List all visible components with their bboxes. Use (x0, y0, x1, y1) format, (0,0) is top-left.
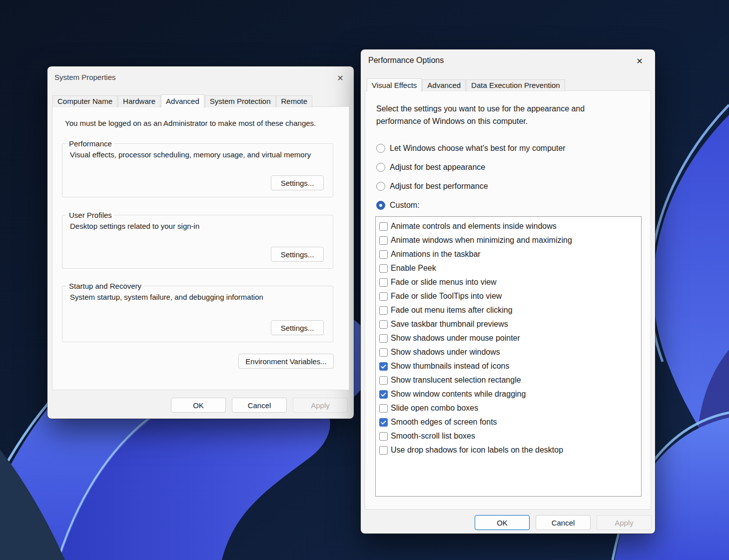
tab-visual-effects[interactable]: Visual Effects (367, 78, 422, 92)
effect-label: Show thumbnails instead of icons (391, 362, 509, 371)
radio-label: Adjust for best performance (390, 182, 488, 191)
effect-label: Save taskbar thumbnail previews (391, 320, 508, 329)
checkbox-icon[interactable] (379, 404, 388, 413)
checkbox-icon[interactable] (379, 446, 388, 455)
checkbox-icon[interactable] (379, 236, 388, 245)
admin-note: You must be logged on as an Administrato… (65, 119, 316, 127)
radio-button-icon[interactable] (376, 163, 385, 172)
tab-advanced[interactable]: Advanced (422, 79, 466, 91)
radio-option-adjust-for-best-performance[interactable]: Adjust for best performance (376, 177, 566, 196)
effect-row-show-shadows-under-windows[interactable]: Show shadows under windows (376, 345, 641, 359)
checkbox-icon[interactable] (379, 432, 388, 441)
checkbox-icon[interactable] (379, 348, 388, 357)
visual-effects-description: Select the settings you want to use for … (376, 102, 629, 127)
cancel-button[interactable]: Cancel (536, 515, 591, 530)
effect-label: Use drop shadows for icon labels on the … (391, 446, 563, 455)
tab-computer-name[interactable]: Computer Name (52, 95, 117, 107)
effect-row-smooth-edges-of-screen-fonts[interactable]: Smooth edges of screen fonts (376, 415, 641, 429)
effect-row-show-shadows-under-mouse-pointer[interactable]: Show shadows under mouse pointer (376, 331, 641, 345)
tab-system-protection[interactable]: System Protection (205, 95, 276, 107)
radio-button-icon[interactable] (376, 201, 385, 210)
performance-options-tabs: Visual EffectsAdvancedData Execution Pre… (367, 78, 566, 91)
radio-option-custom[interactable]: Custom: (376, 196, 566, 215)
effect-label: Fade out menu items after clicking (391, 306, 513, 315)
effect-row-animations-in-the-taskbar[interactable]: Animations in the taskbar (376, 247, 641, 261)
groupbox-label: User Profiles (66, 211, 114, 219)
tab-remote[interactable]: Remote (276, 95, 313, 107)
effect-label: Animate controls and elements inside win… (391, 222, 557, 231)
groupbox-label: Performance (66, 139, 114, 148)
checkbox-icon[interactable] (379, 306, 388, 315)
effect-label: Show shadows under mouse pointer (391, 334, 520, 343)
effect-label: Smooth-scroll list boxes (391, 432, 475, 441)
environment-variables-button[interactable]: Environment Variables... (238, 354, 334, 369)
cancel-button[interactable]: Cancel (232, 398, 287, 413)
effect-row-show-translucent-selection-rectangle[interactable]: Show translucent selection rectangle (376, 373, 641, 387)
close-icon[interactable]: ✕ (334, 72, 346, 84)
performance-settings-button[interactable]: Settings... (271, 175, 324, 190)
startup-and-recovery-settings-button[interactable]: Settings... (271, 320, 324, 335)
checkbox-icon[interactable] (379, 362, 388, 371)
checkbox-icon[interactable] (379, 278, 388, 287)
groupbox-label: Startup and Recovery (66, 282, 144, 290)
effect-label: Show window contents while dragging (391, 390, 526, 399)
system-properties-tabs: Computer NameHardwareAdvancedSystem Prot… (52, 94, 313, 107)
apply-button: Apply (293, 398, 348, 413)
effect-label: Enable Peek (391, 264, 436, 273)
ok-button[interactable]: OK (171, 398, 226, 413)
window-title: System Properties (54, 73, 116, 81)
checkbox-icon[interactable] (379, 376, 388, 385)
check-icon (381, 392, 386, 397)
radio-label: Let Windows choose what's best for my co… (390, 144, 566, 153)
groupbox-user-profiles: User ProfilesDesktop settings related to… (62, 215, 333, 269)
effect-row-smooth-scroll-list-boxes[interactable]: Smooth-scroll list boxes (376, 429, 641, 443)
effect-label: Smooth edges of screen fonts (391, 418, 497, 427)
user-profiles-settings-button[interactable]: Settings... (271, 247, 324, 262)
effect-label: Show shadows under windows (391, 348, 500, 357)
effect-row-enable-peek[interactable]: Enable Peek (376, 261, 641, 275)
effect-row-show-thumbnails-instead-of-icons[interactable]: Show thumbnails instead of icons (376, 359, 641, 373)
effect-label: Animations in the taskbar (391, 250, 481, 259)
visual-effects-tab-page: Select the settings you want to use for … (365, 90, 651, 510)
checkbox-icon[interactable] (379, 320, 388, 329)
effect-row-fade-or-slide-menus-into-view[interactable]: Fade or slide menus into view (376, 275, 641, 289)
effect-row-use-drop-shadows-for-icon-labels-on-the-desktop[interactable]: Use drop shadows for icon labels on the … (376, 443, 641, 457)
advanced-tab-page: You must be logged on as an Administrato… (52, 106, 349, 390)
close-icon[interactable]: ✕ (634, 55, 646, 67)
apply-button: Apply (597, 515, 652, 530)
radio-button-icon[interactable] (376, 182, 385, 191)
groupbox-performance: PerformanceVisual effects, processor sch… (62, 143, 333, 197)
check-icon (381, 364, 386, 369)
effect-row-save-taskbar-thumbnail-previews[interactable]: Save taskbar thumbnail previews (376, 317, 641, 331)
checkbox-icon[interactable] (379, 222, 388, 231)
effect-label: Fade or slide menus into view (391, 278, 497, 287)
effect-label: Animate windows when minimizing and maxi… (391, 236, 572, 245)
groupbox-description: Desktop settings related to your sign-in (70, 222, 199, 230)
groupbox-description: System startup, system failure, and debu… (70, 293, 263, 301)
checkbox-icon[interactable] (379, 418, 388, 427)
effect-row-fade-or-slide-tooltips-into-view[interactable]: Fade or slide ToolTips into view (376, 289, 641, 303)
tab-advanced[interactable]: Advanced (161, 94, 204, 108)
effect-row-show-window-contents-while-dragging[interactable]: Show window contents while dragging (376, 387, 641, 401)
checkbox-icon[interactable] (379, 334, 388, 343)
effect-row-fade-out-menu-items-after-clicking[interactable]: Fade out menu items after clicking (376, 303, 641, 317)
radio-option-adjust-for-best-appearance[interactable]: Adjust for best appearance (376, 158, 566, 177)
radio-label: Adjust for best appearance (390, 163, 485, 172)
checkbox-icon[interactable] (379, 264, 388, 273)
effect-row-slide-open-combo-boxes[interactable]: Slide open combo boxes (376, 401, 641, 415)
effect-row-animate-controls-and-elements-inside-windows[interactable]: Animate controls and elements inside win… (376, 219, 641, 233)
radio-option-let-windows-choose-what-s-best-for-my-computer[interactable]: Let Windows choose what's best for my co… (376, 139, 566, 158)
tab-hardware[interactable]: Hardware (118, 95, 160, 107)
effect-row-animate-windows-when-minimizing-and-maximizing[interactable]: Animate windows when minimizing and maxi… (376, 233, 641, 247)
checkbox-icon[interactable] (379, 390, 388, 399)
tab-data-execution-prevention[interactable]: Data Execution Prevention (466, 79, 565, 91)
check-icon (381, 420, 386, 425)
checkbox-icon[interactable] (379, 250, 388, 259)
radio-button-icon[interactable] (376, 144, 385, 153)
effects-listbox: Animate controls and elements inside win… (375, 216, 642, 497)
checkbox-icon[interactable] (379, 292, 388, 301)
ok-button[interactable]: OK (475, 515, 530, 530)
system-properties-window: System Properties ✕ Computer NameHardwar… (47, 66, 354, 419)
groupbox-description: Visual effects, processor scheduling, me… (70, 150, 311, 159)
window-title: Performance Options (368, 56, 444, 65)
